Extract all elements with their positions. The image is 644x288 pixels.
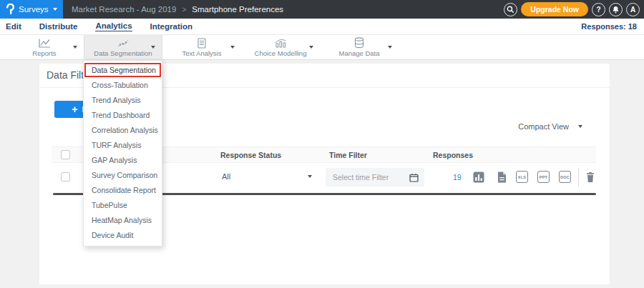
data-segmentation-menu: Data Segmentation Cross-Tabulation Trend…: [83, 60, 162, 247]
bell-icon: [612, 6, 620, 14]
nav-item-analytics[interactable]: Analytics: [95, 21, 132, 31]
response-status-select[interactable]: All: [222, 170, 312, 183]
responses-count: Responses: 18: [581, 22, 637, 31]
plus-icon: +: [72, 104, 77, 115]
toolbar-item-reports[interactable]: Reports: [5, 35, 84, 59]
menu-item-label: Cross-Tabulation: [92, 81, 148, 89]
analytics-toolbar: Reports Data Segmentation Text Analysis …: [0, 34, 644, 60]
menu-item-gap-analysis[interactable]: GAP Analysis: [84, 153, 162, 168]
menu-item-correlation-analysis[interactable]: Correlation Analysis: [84, 123, 162, 138]
notifications-button[interactable]: [609, 3, 623, 16]
menu-item-device-audit[interactable]: Device Audit: [84, 228, 162, 243]
toolbar-item-label: Text Analysis: [162, 49, 241, 57]
breadcrumb-current: Smartphone Preferences: [192, 5, 283, 14]
surveys-menu-button[interactable]: Surveys: [0, 0, 63, 19]
nav-item-integration[interactable]: Integration: [150, 22, 192, 31]
menu-item-survey-comparison[interactable]: Survey Comparison: [84, 168, 162, 183]
nav-item-distribute[interactable]: Distribute: [39, 22, 78, 31]
menu-item-label: Survey Comparison: [92, 171, 157, 179]
menu-item-label: HeatMap Analysis: [92, 216, 152, 224]
time-filter-input[interactable]: Select time Filter: [326, 168, 424, 187]
menu-item-trend-dashboard[interactable]: Trend Dashboard: [84, 108, 162, 123]
column-header-response-status: Response Status: [220, 151, 281, 159]
bar-chart-icon: [241, 37, 320, 49]
row-checkbox[interactable]: [61, 172, 70, 182]
menu-item-label: Correlation Analysis: [92, 126, 158, 134]
menu-item-trend-analysis[interactable]: Trend Analysis: [84, 93, 162, 108]
menu-item-data-segmentation[interactable]: Data Segmentation: [84, 63, 162, 78]
app-root: Surveys Market Research - Aug 2019 > Sma…: [0, 0, 644, 288]
chevron-down-icon: [309, 46, 313, 49]
column-header-time-filter: Time Filter: [329, 151, 367, 159]
line-chart-icon: [5, 37, 84, 49]
toolbar-item-label: Manage Data: [320, 49, 399, 57]
search-icon: [507, 6, 514, 14]
menu-item-heatmap-analysis[interactable]: HeatMap Analysis: [84, 213, 162, 228]
help-button[interactable]: ?: [592, 3, 605, 16]
menu-item-turf-analysis[interactable]: TURF Analysis: [84, 138, 162, 153]
breadcrumb: Market Research - Aug 2019 > Smartphone …: [72, 5, 283, 14]
chevron-down-icon: [73, 46, 77, 49]
export-ppt-icon[interactable]: PPT: [537, 171, 550, 183]
menu-item-label: TURF Analysis: [92, 141, 141, 149]
topbar: Surveys Market Research - Aug 2019 > Sma…: [0, 0, 644, 19]
chevron-down-icon: [578, 125, 582, 128]
view-report-chart-icon[interactable]: [473, 172, 484, 183]
delete-trash-icon[interactable]: [585, 172, 595, 183]
toolbar-item-label: Reports: [5, 49, 84, 57]
menu-item-tubepulse[interactable]: TubePulse: [84, 198, 162, 213]
calendar-icon: [409, 173, 419, 182]
menu-item-cross-tabulation[interactable]: Cross-Tabulation: [84, 78, 162, 93]
nav-item-edit[interactable]: Edit: [6, 22, 21, 31]
chevron-down-icon: [151, 46, 155, 49]
avatar[interactable]: A: [626, 3, 640, 16]
toolbar-item-choice-modelling[interactable]: Choice Modelling: [241, 35, 320, 59]
surveys-label: Surveys: [19, 5, 49, 14]
upgrade-now-button[interactable]: Upgrade Now: [521, 2, 588, 16]
response-status-value: All: [222, 172, 230, 181]
toolbar-item-data-segmentation[interactable]: Data Segmentation: [84, 35, 162, 59]
chevron-down-icon: [230, 46, 235, 49]
menu-item-label: Device Audit: [92, 231, 133, 239]
menu-item-label: Trend Analysis: [92, 96, 140, 104]
export-doc-icon[interactable]: DOC: [559, 171, 571, 183]
compact-view-dropdown[interactable]: Compact View: [518, 122, 582, 131]
row-actions-divider: [578, 168, 579, 187]
export-xls-icon[interactable]: XLS: [516, 171, 528, 183]
scatter-chart-icon: [84, 37, 162, 49]
menu-item-label: Data Segmentation: [92, 66, 156, 74]
database-icon: [320, 37, 399, 49]
questionpro-logo-icon: [6, 4, 14, 15]
row-responses-count: 19: [453, 173, 462, 182]
chevron-down-icon: [388, 46, 392, 49]
menu-item-label: GAP Analysis: [92, 156, 137, 164]
menu-item-label: TubePulse: [92, 201, 127, 209]
breadcrumb-parent-link[interactable]: Market Research - Aug 2019: [72, 5, 176, 14]
menu-item-label: Consolidate Report: [92, 186, 156, 194]
breadcrumb-separator: >: [182, 6, 186, 14]
chevron-down-icon: [53, 8, 57, 11]
time-filter-placeholder: Select time Filter: [333, 173, 389, 182]
topbar-actions: Upgrade Now ? A: [504, 0, 640, 19]
compact-view-label: Compact View: [518, 122, 569, 131]
column-header-responses: Responses: [433, 151, 473, 159]
menu-item-consolidate-report[interactable]: Consolidate Report: [84, 183, 162, 198]
toolbar-item-manage-data[interactable]: Manage Data: [320, 35, 399, 59]
export-file-icon[interactable]: [497, 172, 507, 183]
toolbar-item-label: Choice Modelling: [241, 49, 320, 57]
toolbar-item-label: Data Segmentation: [84, 49, 162, 57]
toolbar-item-text-analysis[interactable]: Text Analysis: [162, 35, 241, 59]
menu-item-label: Trend Dashboard: [92, 111, 150, 119]
select-all-checkbox[interactable]: [61, 150, 70, 159]
chevron-down-icon: [308, 175, 312, 178]
search-button[interactable]: [504, 3, 517, 16]
survey-nav: Edit Distribute Analytics Integration Re…: [0, 19, 644, 34]
document-icon: [162, 37, 241, 49]
